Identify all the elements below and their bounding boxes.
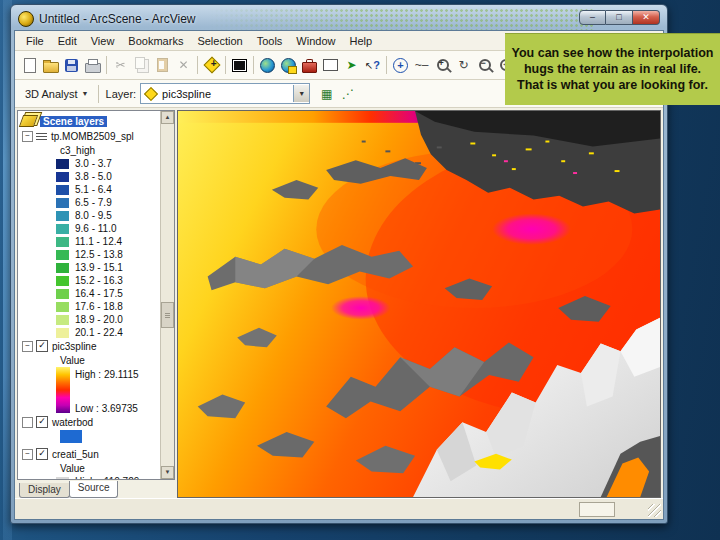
class-swatch <box>56 211 69 221</box>
window-controls: – □ ✕ <box>579 10 660 25</box>
menu-tools[interactable]: Tools <box>250 33 290 49</box>
legend-class: 15.2 - 16.3 <box>20 274 174 287</box>
arccatalog-button[interactable] <box>278 55 299 76</box>
open-button[interactable] <box>40 55 61 76</box>
paste-button[interactable] <box>152 55 173 76</box>
class-swatch <box>56 198 69 208</box>
layer-node-waterbod[interactable]: ✓ waterbod <box>20 415 174 429</box>
save-button[interactable] <box>61 55 82 76</box>
toolbar-separator <box>98 85 99 103</box>
print-icon <box>85 63 101 73</box>
window-title: Untitled - ArcScene - ArcView <box>39 12 196 26</box>
3d-analyst-menu[interactable]: 3D Analyst ▼ <box>19 85 95 103</box>
client-area: Scene layers − tp.MOMB2509_spl c3_high 3… <box>15 108 663 498</box>
help-question-icon: ? <box>373 59 380 71</box>
hotspot-magenta <box>331 296 390 320</box>
menu-help[interactable]: Help <box>342 33 379 49</box>
scroll-up-icon[interactable]: ▲ <box>161 111 174 124</box>
arcmap-button[interactable] <box>257 55 278 76</box>
legend-class: 9.6 - 11.0 <box>20 222 174 235</box>
arctoolbox-button[interactable] <box>299 55 320 76</box>
steepest-path-button[interactable]: ⋰ <box>337 83 358 104</box>
collapse-icon[interactable]: − <box>22 131 33 142</box>
layer-checkbox-checked[interactable]: ✓ <box>36 448 48 460</box>
layer-name: waterbod <box>52 417 93 428</box>
menu-selection[interactable]: Selection <box>190 33 249 49</box>
whats-this-button[interactable]: ↖? <box>362 55 383 76</box>
legend-high-row: High : 110.729 <box>20 475 174 480</box>
minimize-button[interactable]: – <box>579 10 606 25</box>
command-window-icon <box>323 59 338 71</box>
delete-icon: ✕ <box>178 59 188 71</box>
modelbuilder-button[interactable]: ➤ <box>341 55 362 76</box>
fly-tool-button[interactable]: ~– <box>411 55 432 76</box>
zoom-in-button[interactable]: + <box>432 55 453 76</box>
scrollbar-thumb[interactable] <box>161 302 174 328</box>
layer-node-creati[interactable]: − ✓ creati_5un <box>20 447 174 461</box>
zoom-out-button[interactable]: − <box>474 55 495 76</box>
menu-view[interactable]: View <box>84 33 122 49</box>
combobox-dropdown-arrow[interactable]: ▼ <box>293 85 309 102</box>
tab-source[interactable]: Source <box>69 481 119 498</box>
status-box <box>579 502 615 517</box>
command-window-button[interactable] <box>320 55 341 76</box>
3d-viewport[interactable] <box>177 110 661 498</box>
menu-bookmarks[interactable]: Bookmarks <box>121 33 190 49</box>
legend-class: 17.6 - 18.8 <box>20 300 174 313</box>
class-label: 5.1 - 6.4 <box>75 184 112 195</box>
toc-window-button[interactable] <box>229 55 250 76</box>
add-data-button[interactable] <box>201 55 222 76</box>
save-icon <box>65 59 78 72</box>
class-swatch <box>56 276 69 286</box>
hotspot-magenta <box>492 213 571 245</box>
color-ramp-row: High : 29.1115 Low : 3.69735 <box>20 367 174 415</box>
copy-button[interactable] <box>131 55 152 76</box>
legend-class: 16.4 - 17.5 <box>20 287 174 300</box>
interpolate-icon: ▦ <box>321 88 332 100</box>
layer-combobox[interactable]: pic3spline ▼ <box>140 83 310 104</box>
chevron-down-icon: ▼ <box>82 90 89 97</box>
cut-button[interactable]: ✂ <box>110 55 131 76</box>
navigate-tool-button[interactable]: + <box>390 55 411 76</box>
arcscene-app-icon <box>18 11 34 27</box>
status-bar <box>15 498 663 519</box>
legend-class: 6.5 - 7.9 <box>20 196 174 209</box>
toolbar-separator <box>106 56 107 74</box>
window-titlebar[interactable]: Untitled - ArcScene - ArcView – □ ✕ <box>14 8 664 30</box>
create-tin-button[interactable]: ▦ <box>316 83 337 104</box>
navigate-icon: + <box>393 58 408 73</box>
value-label: Value <box>60 355 85 366</box>
toc-root-node[interactable]: Scene layers <box>20 113 174 129</box>
delete-button[interactable]: ✕ <box>173 55 194 76</box>
class-label: 9.6 - 11.0 <box>75 223 117 234</box>
layer-checkbox-checked[interactable]: ✓ <box>36 340 48 352</box>
class-label: 12.5 - 13.8 <box>75 249 123 260</box>
maximize-button[interactable]: □ <box>606 10 633 25</box>
layer-node-pic3spline[interactable]: − ✓ pic3spline <box>20 339 174 353</box>
expand-icon[interactable] <box>22 417 33 428</box>
layer-name: pic3spline <box>52 341 96 352</box>
layer-node-tp-momb[interactable]: − tp.MOMB2509_spl <box>20 129 174 143</box>
scroll-down-icon[interactable]: ▼ <box>161 466 174 479</box>
class-label: 15.2 - 16.3 <box>75 275 123 286</box>
menu-edit[interactable]: Edit <box>51 33 84 49</box>
menu-window[interactable]: Window <box>289 33 342 49</box>
close-button[interactable]: ✕ <box>633 10 660 25</box>
collapse-icon[interactable]: − <box>22 449 33 460</box>
new-document-button[interactable] <box>19 55 40 76</box>
resize-grip[interactable] <box>648 504 661 517</box>
toc-scrollbar[interactable]: ▲ ▼ <box>160 111 174 479</box>
tab-display[interactable]: Display <box>19 483 70 498</box>
rotate-view-button[interactable]: ↻ <box>453 55 474 76</box>
menu-file[interactable]: File <box>19 33 51 49</box>
print-button[interactable] <box>82 55 103 76</box>
class-swatch <box>56 224 69 234</box>
line-symbol-icon <box>36 133 47 140</box>
waterbod-swatch-row <box>20 429 174 447</box>
class-swatch <box>56 315 69 325</box>
layer-checkbox-checked[interactable]: ✓ <box>36 416 48 428</box>
class-swatch <box>56 185 69 195</box>
collapse-icon[interactable]: − <box>22 341 33 352</box>
layer-name: creati_5un <box>52 449 99 460</box>
class-swatch <box>56 159 69 169</box>
